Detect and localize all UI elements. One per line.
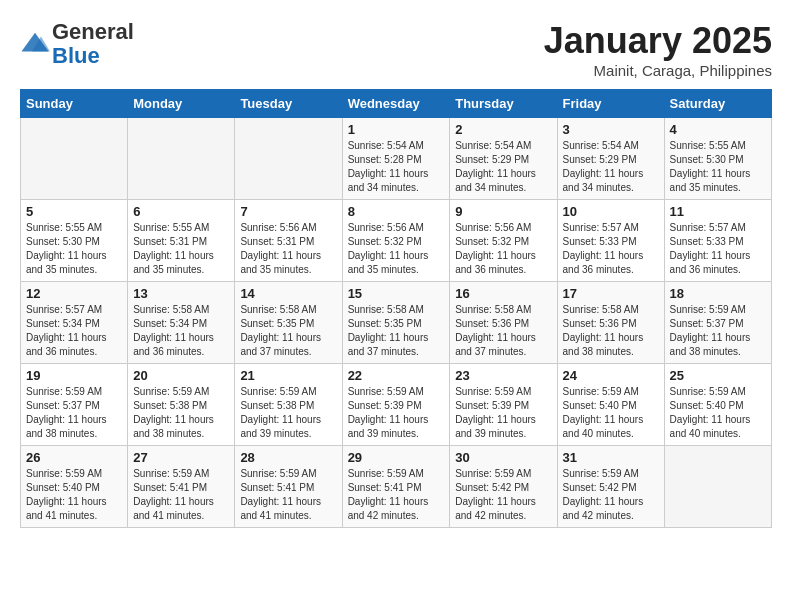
day-info: Sunrise: 5:59 AM Sunset: 5:42 PM Dayligh… [563, 467, 659, 523]
day-info: Sunrise: 5:58 AM Sunset: 5:35 PM Dayligh… [240, 303, 336, 359]
calendar-cell: 3Sunrise: 5:54 AM Sunset: 5:29 PM Daylig… [557, 118, 664, 200]
day-info: Sunrise: 5:59 AM Sunset: 5:37 PM Dayligh… [670, 303, 766, 359]
weekday-header: Monday [128, 90, 235, 118]
calendar-cell: 8Sunrise: 5:56 AM Sunset: 5:32 PM Daylig… [342, 200, 450, 282]
day-info: Sunrise: 5:55 AM Sunset: 5:30 PM Dayligh… [670, 139, 766, 195]
day-number: 31 [563, 450, 659, 465]
day-number: 23 [455, 368, 551, 383]
day-number: 27 [133, 450, 229, 465]
day-number: 11 [670, 204, 766, 219]
weekday-header: Sunday [21, 90, 128, 118]
day-info: Sunrise: 5:57 AM Sunset: 5:33 PM Dayligh… [563, 221, 659, 277]
day-number: 4 [670, 122, 766, 137]
day-number: 25 [670, 368, 766, 383]
day-number: 6 [133, 204, 229, 219]
calendar-cell: 7Sunrise: 5:56 AM Sunset: 5:31 PM Daylig… [235, 200, 342, 282]
calendar-week-row: 26Sunrise: 5:59 AM Sunset: 5:40 PM Dayli… [21, 446, 772, 528]
calendar-cell [235, 118, 342, 200]
logo-blue-text: Blue [52, 43, 100, 68]
page-header: General Blue January 2025 Mainit, Caraga… [20, 20, 772, 79]
day-info: Sunrise: 5:55 AM Sunset: 5:31 PM Dayligh… [133, 221, 229, 277]
calendar-week-row: 1Sunrise: 5:54 AM Sunset: 5:28 PM Daylig… [21, 118, 772, 200]
calendar-week-row: 5Sunrise: 5:55 AM Sunset: 5:30 PM Daylig… [21, 200, 772, 282]
weekday-header: Tuesday [235, 90, 342, 118]
day-number: 5 [26, 204, 122, 219]
day-info: Sunrise: 5:54 AM Sunset: 5:28 PM Dayligh… [348, 139, 445, 195]
calendar-cell: 13Sunrise: 5:58 AM Sunset: 5:34 PM Dayli… [128, 282, 235, 364]
day-number: 8 [348, 204, 445, 219]
title-block: January 2025 Mainit, Caraga, Philippines [544, 20, 772, 79]
day-info: Sunrise: 5:59 AM Sunset: 5:42 PM Dayligh… [455, 467, 551, 523]
logo-general: General [52, 19, 134, 44]
day-info: Sunrise: 5:59 AM Sunset: 5:39 PM Dayligh… [348, 385, 445, 441]
day-number: 19 [26, 368, 122, 383]
calendar-cell: 24Sunrise: 5:59 AM Sunset: 5:40 PM Dayli… [557, 364, 664, 446]
day-info: Sunrise: 5:59 AM Sunset: 5:37 PM Dayligh… [26, 385, 122, 441]
day-number: 9 [455, 204, 551, 219]
day-number: 22 [348, 368, 445, 383]
day-info: Sunrise: 5:54 AM Sunset: 5:29 PM Dayligh… [455, 139, 551, 195]
day-number: 15 [348, 286, 445, 301]
day-number: 21 [240, 368, 336, 383]
day-number: 13 [133, 286, 229, 301]
day-info: Sunrise: 5:59 AM Sunset: 5:39 PM Dayligh… [455, 385, 551, 441]
day-number: 1 [348, 122, 445, 137]
day-number: 20 [133, 368, 229, 383]
logo-icon [20, 29, 50, 59]
day-number: 18 [670, 286, 766, 301]
day-info: Sunrise: 5:56 AM Sunset: 5:31 PM Dayligh… [240, 221, 336, 277]
day-info: Sunrise: 5:56 AM Sunset: 5:32 PM Dayligh… [348, 221, 445, 277]
weekday-header: Friday [557, 90, 664, 118]
day-info: Sunrise: 5:57 AM Sunset: 5:34 PM Dayligh… [26, 303, 122, 359]
calendar-cell [664, 446, 771, 528]
logo: General Blue [20, 20, 134, 68]
calendar-cell: 25Sunrise: 5:59 AM Sunset: 5:40 PM Dayli… [664, 364, 771, 446]
calendar-cell: 15Sunrise: 5:58 AM Sunset: 5:35 PM Dayli… [342, 282, 450, 364]
calendar-cell: 22Sunrise: 5:59 AM Sunset: 5:39 PM Dayli… [342, 364, 450, 446]
day-info: Sunrise: 5:59 AM Sunset: 5:38 PM Dayligh… [240, 385, 336, 441]
day-info: Sunrise: 5:59 AM Sunset: 5:41 PM Dayligh… [348, 467, 445, 523]
calendar-cell: 23Sunrise: 5:59 AM Sunset: 5:39 PM Dayli… [450, 364, 557, 446]
day-info: Sunrise: 5:58 AM Sunset: 5:34 PM Dayligh… [133, 303, 229, 359]
day-number: 30 [455, 450, 551, 465]
day-number: 7 [240, 204, 336, 219]
day-number: 12 [26, 286, 122, 301]
day-info: Sunrise: 5:55 AM Sunset: 5:30 PM Dayligh… [26, 221, 122, 277]
day-number: 2 [455, 122, 551, 137]
month-title: January 2025 [544, 20, 772, 62]
calendar-cell: 14Sunrise: 5:58 AM Sunset: 5:35 PM Dayli… [235, 282, 342, 364]
day-info: Sunrise: 5:58 AM Sunset: 5:36 PM Dayligh… [455, 303, 551, 359]
calendar-week-row: 19Sunrise: 5:59 AM Sunset: 5:37 PM Dayli… [21, 364, 772, 446]
day-info: Sunrise: 5:54 AM Sunset: 5:29 PM Dayligh… [563, 139, 659, 195]
day-number: 16 [455, 286, 551, 301]
day-info: Sunrise: 5:58 AM Sunset: 5:35 PM Dayligh… [348, 303, 445, 359]
calendar-cell: 6Sunrise: 5:55 AM Sunset: 5:31 PM Daylig… [128, 200, 235, 282]
day-number: 3 [563, 122, 659, 137]
calendar-cell: 11Sunrise: 5:57 AM Sunset: 5:33 PM Dayli… [664, 200, 771, 282]
location: Mainit, Caraga, Philippines [544, 62, 772, 79]
calendar-cell: 26Sunrise: 5:59 AM Sunset: 5:40 PM Dayli… [21, 446, 128, 528]
calendar-cell: 31Sunrise: 5:59 AM Sunset: 5:42 PM Dayli… [557, 446, 664, 528]
weekday-header: Wednesday [342, 90, 450, 118]
weekday-header-row: SundayMondayTuesdayWednesdayThursdayFrid… [21, 90, 772, 118]
logo-text: General Blue [52, 20, 134, 68]
day-info: Sunrise: 5:59 AM Sunset: 5:41 PM Dayligh… [133, 467, 229, 523]
calendar-cell: 27Sunrise: 5:59 AM Sunset: 5:41 PM Dayli… [128, 446, 235, 528]
calendar-cell [128, 118, 235, 200]
calendar-cell: 5Sunrise: 5:55 AM Sunset: 5:30 PM Daylig… [21, 200, 128, 282]
day-number: 14 [240, 286, 336, 301]
calendar-cell: 4Sunrise: 5:55 AM Sunset: 5:30 PM Daylig… [664, 118, 771, 200]
calendar-table: SundayMondayTuesdayWednesdayThursdayFrid… [20, 89, 772, 528]
calendar-week-row: 12Sunrise: 5:57 AM Sunset: 5:34 PM Dayli… [21, 282, 772, 364]
weekday-header: Saturday [664, 90, 771, 118]
calendar-cell: 16Sunrise: 5:58 AM Sunset: 5:36 PM Dayli… [450, 282, 557, 364]
calendar-cell: 1Sunrise: 5:54 AM Sunset: 5:28 PM Daylig… [342, 118, 450, 200]
calendar-cell: 21Sunrise: 5:59 AM Sunset: 5:38 PM Dayli… [235, 364, 342, 446]
day-info: Sunrise: 5:59 AM Sunset: 5:40 PM Dayligh… [670, 385, 766, 441]
day-number: 24 [563, 368, 659, 383]
calendar-cell: 18Sunrise: 5:59 AM Sunset: 5:37 PM Dayli… [664, 282, 771, 364]
day-info: Sunrise: 5:57 AM Sunset: 5:33 PM Dayligh… [670, 221, 766, 277]
calendar-cell: 19Sunrise: 5:59 AM Sunset: 5:37 PM Dayli… [21, 364, 128, 446]
calendar-cell: 9Sunrise: 5:56 AM Sunset: 5:32 PM Daylig… [450, 200, 557, 282]
day-info: Sunrise: 5:58 AM Sunset: 5:36 PM Dayligh… [563, 303, 659, 359]
